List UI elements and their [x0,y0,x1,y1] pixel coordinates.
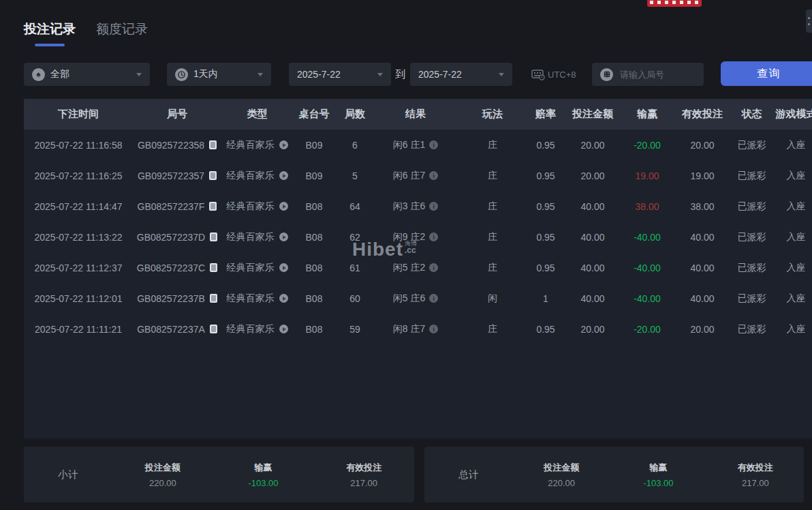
play-type: 闲 [456,283,529,314]
info-icon[interactable]: i [429,171,438,180]
col-result: 结果 [375,99,456,130]
col-game-type: 类型 [221,99,293,130]
result: 闲6 庄1 i [375,130,456,160]
table-no: B08 [293,314,335,344]
date-to-value: 2025-7-22 [418,69,462,80]
table-no: B08 [293,222,335,252]
col-bet-amount: 投注金额 [563,99,623,130]
col-round-id: 局号 [133,99,221,130]
copy-icon[interactable] [209,202,217,211]
replay-icon[interactable] [279,171,288,180]
tab-quota-records[interactable]: 额度记录 [96,20,148,46]
copy-icon[interactable] [210,325,217,333]
game-mode: 入座 [770,283,812,314]
valid-bet: 19.00 [672,160,733,191]
game-type: 经典百家乐 [221,130,293,160]
game-type-value: 全部 [50,68,69,80]
round-no: 6 [335,130,375,160]
round-search-input[interactable] [619,69,696,80]
result: 闲5 庄2 i [375,252,456,283]
search-button[interactable]: 查询 [721,61,812,86]
replay-icon[interactable] [279,294,288,303]
game-mode: 入座 [770,191,812,222]
round-id-text: GB082572237F [138,201,205,212]
status: 已派彩 [733,160,770,191]
time-range-value: 1天内 [193,68,218,80]
clock-icon [175,68,188,81]
game-mode: 入座 [770,160,812,191]
odds: 1 [529,283,563,314]
brand-logo-cropped [647,0,702,7]
table-row: 2025-07-22 11:16:25 GB0925722357 经典百家乐 B… [24,160,812,191]
tab-bet-records[interactable]: 投注记录 [24,20,76,46]
bet-time: 2025-07-22 11:11:21 [24,314,133,344]
game-type-text: 经典百家乐 [227,262,275,274]
round-id: GB082572237F [133,191,221,222]
tab-bar: 投注记录 额度记录 [24,20,148,46]
dice-icon [600,68,613,81]
date-to-select[interactable]: 2025-7-22 [410,63,512,86]
info-icon[interactable]: i [429,294,438,303]
round-no: 60 [335,283,375,314]
play-type: 庄 [456,160,529,191]
time-range-select[interactable]: 1天内 [167,63,271,86]
copy-icon[interactable] [210,294,217,303]
status: 已派彩 [733,252,770,283]
bet-time: 2025-07-22 11:16:25 [24,160,133,191]
info-icon[interactable]: i [429,263,438,272]
copy-icon[interactable] [210,263,217,272]
copy-icon[interactable] [209,171,217,180]
spade-icon: ♠ [32,68,45,81]
play-type: 庄 [456,252,529,283]
col-bet-time: 下注时间 [24,99,133,130]
bet-amount: 40.00 [563,222,623,252]
info-icon[interactable]: i [429,140,438,149]
play-type: 庄 [456,130,529,160]
win-loss: -40.00 [623,252,672,283]
col-play-type: 玩法 [456,99,529,130]
info-icon[interactable]: i [429,325,438,333]
subtotal-panel: 小计 投注金额 220.00 输赢 -103.00 有效投注 217.00 [24,447,414,502]
replay-icon[interactable] [279,232,288,241]
round-id: GB0925722358 [133,130,221,160]
total-panel: 总计 投注金额 220.00 输赢 -103.00 有效投注 217.00 [424,447,804,502]
status: 已派彩 [733,314,770,344]
to-label: 到 [395,63,405,86]
result: 闲9 庄2 i [375,222,456,252]
info-icon[interactable]: i [429,202,438,211]
result-text: 闲6 庄1 [393,139,425,151]
game-mode: 入座 [770,252,812,283]
date-from-select[interactable]: 2025-7-22 [289,63,391,86]
result-text: 闲5 庄6 [393,292,425,305]
table-no: B08 [293,252,335,283]
table-row: 2025-07-22 11:13:22 GB082572237D 经典百家乐 B… [24,222,812,252]
total-valid: 有效投注 217.00 [707,462,804,488]
win-loss: 38.00 [623,191,672,222]
bet-records-page: 投注记录 额度记录 ♠ 全部 1天内 2025-7-22 到 2025-7-22 [0,0,812,510]
round-id-text: GB0925722358 [138,140,204,151]
round-id-text: GB082572237D [137,232,205,243]
replay-icon[interactable] [279,140,288,149]
game-type: 经典百家乐 [221,252,293,283]
result-text: 闲6 庄7 [393,170,425,182]
subtotal-winloss: 输赢 -103.00 [213,462,314,488]
replay-icon[interactable] [279,263,288,272]
table-no: B08 [293,283,335,314]
play-type: 庄 [456,222,529,252]
copy-icon[interactable] [209,140,217,149]
copy-icon[interactable] [210,232,217,241]
replay-icon[interactable] [279,325,288,333]
valid-bet: 20.00 [672,130,733,160]
win-loss: -40.00 [623,283,672,314]
total-winloss: 输赢 -103.00 [610,462,706,488]
floating-widget-cropped[interactable] [806,10,812,33]
bet-time: 2025-07-22 11:13:22 [24,222,133,252]
round-id: GB082572237C [133,252,221,283]
replay-icon[interactable] [279,202,288,211]
game-type-select[interactable]: ♠ 全部 [24,63,150,86]
table-body: 2025-07-22 11:16:58 GB0925722358 经典百家乐 B… [24,130,812,344]
status: 已派彩 [733,130,770,160]
game-mode: 入座 [770,130,812,160]
info-icon[interactable]: i [429,232,438,241]
valid-bet: 40.00 [672,252,733,283]
